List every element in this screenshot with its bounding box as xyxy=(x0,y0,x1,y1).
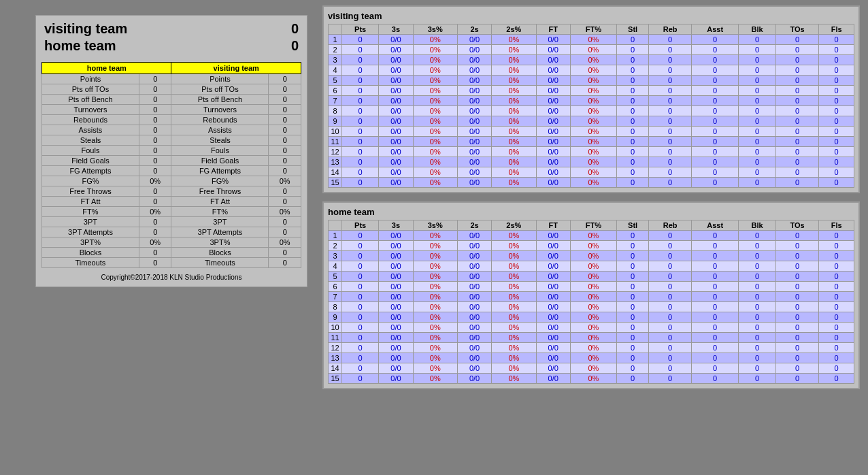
stat-ftp: 0% xyxy=(570,251,616,261)
stat-ftp: 0% xyxy=(570,86,616,96)
table-row: FT Att 0 FT Att 0 xyxy=(42,197,301,207)
stat-reb: 0 xyxy=(649,55,692,65)
stat-pts: 0 xyxy=(342,363,379,374)
stat-2sp: 0% xyxy=(492,312,536,323)
stat-tos: 0 xyxy=(775,178,819,188)
stat-3sp: 0% xyxy=(413,96,457,106)
stat-2s: 0/0 xyxy=(457,137,491,147)
stat-tos: 0 xyxy=(775,127,819,137)
stat-asst: 0 xyxy=(691,45,738,55)
stat-reb: 0 xyxy=(649,45,692,55)
stat-asst: 0 xyxy=(691,127,738,137)
stat-3sp: 0% xyxy=(413,127,457,137)
stat-tos: 0 xyxy=(775,76,819,86)
list-item: 600/00%0/00%0/00%000000 xyxy=(329,282,854,292)
visiting-stats-title: visiting team xyxy=(328,11,854,21)
stat-2s: 0/0 xyxy=(457,282,491,292)
stat-ftp: 0% xyxy=(570,261,616,272)
visiting-stat-value: 0 xyxy=(269,217,301,227)
stat-asst: 0 xyxy=(691,302,738,312)
visiting-stat-label: FG Attempts xyxy=(171,166,269,176)
stat-fls: 0 xyxy=(819,106,854,116)
stat-blk: 0 xyxy=(739,261,775,272)
home-stat-value: 0 xyxy=(139,156,171,166)
list-item: 1400/00%0/00%0/00%000000 xyxy=(329,363,854,374)
stat-tos: 0 xyxy=(775,374,819,384)
stat-2s: 0/0 xyxy=(457,45,491,55)
home-stat-value: 0 xyxy=(139,95,171,105)
stat-fls: 0 xyxy=(819,167,854,178)
stat-blk: 0 xyxy=(739,251,775,261)
stat-3sp: 0% xyxy=(413,261,457,272)
stat-pts: 0 xyxy=(342,55,379,65)
stat-3s: 0/0 xyxy=(379,353,413,363)
list-item: 1500/00%0/00%0/00%000000 xyxy=(329,374,854,384)
stat-fls: 0 xyxy=(819,76,854,86)
stat-blk: 0 xyxy=(739,106,775,116)
stat-3s: 0/0 xyxy=(379,333,413,343)
stat-stl: 0 xyxy=(616,261,648,272)
stat-2sp: 0% xyxy=(492,241,536,251)
stat-3sp: 0% xyxy=(413,157,457,167)
stat-pts: 0 xyxy=(342,96,379,106)
stat-ft: 0/0 xyxy=(536,116,570,127)
home-team-header: home team xyxy=(42,63,171,74)
stat-ftp: 0% xyxy=(570,116,616,127)
stat-asst: 0 xyxy=(691,374,738,384)
stat-ft: 0/0 xyxy=(536,106,570,116)
stat-ftp: 0% xyxy=(570,106,616,116)
stat-stl: 0 xyxy=(616,147,648,157)
stat-3sp: 0% xyxy=(413,45,457,55)
list-item: 1300/00%0/00%0/00%000000 xyxy=(329,353,854,363)
stat-2sp: 0% xyxy=(492,76,536,86)
stat-fls: 0 xyxy=(819,157,854,167)
stat-2sp: 0% xyxy=(492,96,536,106)
stat-fls: 0 xyxy=(819,374,854,384)
stat-2s: 0/0 xyxy=(457,127,491,137)
list-item: 1500/00%0/00%0/00%000000 xyxy=(329,178,854,188)
stat-ft: 0/0 xyxy=(536,261,570,272)
stat-3s: 0/0 xyxy=(379,343,413,353)
stat-2s: 0/0 xyxy=(457,333,491,343)
home-stat-value: 0 xyxy=(139,115,171,125)
stat-reb: 0 xyxy=(649,323,692,333)
column-header: 3s xyxy=(379,24,413,35)
stat-fls: 0 xyxy=(819,137,854,147)
stat-tos: 0 xyxy=(775,55,819,65)
stat-2sp: 0% xyxy=(492,147,536,157)
stat-ft: 0/0 xyxy=(536,343,570,353)
home-stat-label: FT Att xyxy=(42,197,139,207)
visiting-team-label: visiting team xyxy=(44,21,127,37)
stat-3s: 0/0 xyxy=(379,65,413,76)
stat-2sp: 0% xyxy=(492,353,536,363)
stat-tos: 0 xyxy=(775,363,819,374)
stat-asst: 0 xyxy=(691,96,738,106)
stat-pts: 0 xyxy=(342,35,379,45)
stat-3s: 0/0 xyxy=(379,45,413,55)
stat-ft: 0/0 xyxy=(536,157,570,167)
stat-2sp: 0% xyxy=(492,272,536,282)
stat-2sp: 0% xyxy=(492,343,536,353)
stat-fls: 0 xyxy=(819,353,854,363)
stat-asst: 0 xyxy=(691,282,738,292)
stat-ftp: 0% xyxy=(570,292,616,302)
stat-ftp: 0% xyxy=(570,353,616,363)
stat-fls: 0 xyxy=(819,127,854,137)
stat-ft: 0/0 xyxy=(536,178,570,188)
stat-asst: 0 xyxy=(691,55,738,65)
visiting-stat-label: Steals xyxy=(171,135,269,146)
stat-fls: 0 xyxy=(819,116,854,127)
home-stat-value: 0% xyxy=(139,238,171,248)
stat-blk: 0 xyxy=(739,302,775,312)
stat-ft: 0/0 xyxy=(536,55,570,65)
stat-ft: 0/0 xyxy=(536,127,570,137)
stat-ft: 0/0 xyxy=(536,323,570,333)
table-row: Pts off TOs 0 Pts off TOs 0 xyxy=(42,84,301,95)
stat-reb: 0 xyxy=(649,86,692,96)
home-stat-label: Steals xyxy=(42,135,139,146)
stat-pts: 0 xyxy=(342,45,379,55)
stat-2sp: 0% xyxy=(492,261,536,272)
stat-3s: 0/0 xyxy=(379,157,413,167)
stat-asst: 0 xyxy=(691,178,738,188)
stat-2sp: 0% xyxy=(492,167,536,178)
